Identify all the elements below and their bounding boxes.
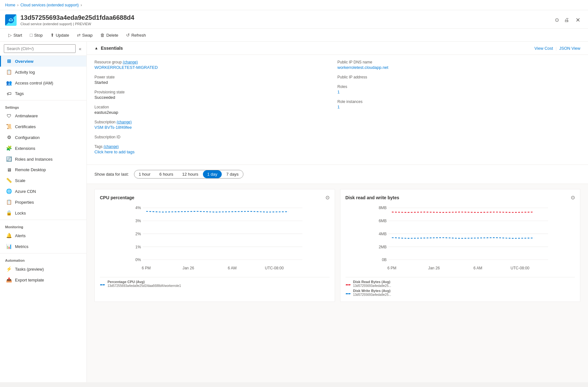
sidebar-item-roles-and-instances[interactable]: 🔄 Roles and Instances xyxy=(0,154,86,164)
automation-section-title: Automation xyxy=(0,255,86,264)
sidebar: « ⊞ Overview 📋 Activity log 👥 Access con… xyxy=(0,42,87,382)
essentials-value-link-r[interactable]: 1 xyxy=(338,90,340,94)
svg-point-0 xyxy=(8,17,14,23)
breadcrumb-sep1: › xyxy=(17,3,19,7)
sidebar-item-tasks-preview[interactable]: ⚡ Tasks (preview) xyxy=(0,264,86,274)
essentials-value-link[interactable]: VSM BVTs-18f49fee xyxy=(94,125,132,130)
view-cost-button[interactable]: View Cost xyxy=(534,46,553,51)
svg-text:1%: 1% xyxy=(135,245,141,249)
legend-label-0: Disk Read Bytes (Avg)13d57255693a4eda9e2… xyxy=(353,280,391,288)
sidebar-item-access-control-iam[interactable]: 👥 Access control (IAM) xyxy=(0,77,86,88)
change-link[interactable]: (change) xyxy=(104,144,119,149)
sidebar-label-5: Remote Desktop xyxy=(15,167,46,172)
sidebar-label-0: Alerts xyxy=(15,233,26,238)
essentials-value-link[interactable]: WORKERROLETEST-MIGRATED xyxy=(94,65,158,70)
svg-text:0B: 0B xyxy=(382,258,386,262)
legend-item-cpu-0: Percentage CPU (Avg)13d57255693a4eda9e25… xyxy=(100,280,330,288)
essentials-value-link[interactable]: Click here to add tags xyxy=(94,150,135,154)
sidebar-item-extensions[interactable]: 🧩 Extensions xyxy=(0,143,86,154)
sidebar-icon-2: 👥 xyxy=(6,80,12,86)
print-icon[interactable]: 🖨 xyxy=(563,16,570,24)
time-option-1-day[interactable]: 1 day xyxy=(203,170,222,178)
time-option-7-days[interactable]: 7 days xyxy=(222,170,243,178)
sidebar-label-8: Properties xyxy=(15,200,34,205)
change-link[interactable]: (change) xyxy=(123,60,138,64)
sidebar-icon-1: 📋 xyxy=(6,69,12,75)
chart-svg-wrap-disk: 8MB6MB4MB2MB0B6 PMJan 266 AMUTC-08:00 xyxy=(346,204,575,274)
essentials-left-col: Resource group (change)WORKERROLETEST-MI… xyxy=(94,60,338,159)
essentials-item-left-3: Locationeastus2euap xyxy=(94,105,338,115)
essentials-value-link-r[interactable]: workerroletest.cloudapp.net xyxy=(338,65,389,70)
update-button[interactable]: ⬆ Update xyxy=(47,31,72,40)
settings-section-title: Settings xyxy=(0,102,86,111)
svg-text:Jan 26: Jan 26 xyxy=(428,266,440,270)
breadcrumb-home[interactable]: Home xyxy=(5,3,15,7)
refresh-button[interactable]: ↺ Refresh xyxy=(123,31,149,40)
sidebar-icon-0: ⊞ xyxy=(6,58,12,64)
sidebar-item-configuration[interactable]: ⚙ Configuration xyxy=(0,132,86,143)
svg-text:6 AM: 6 AM xyxy=(228,266,237,270)
chart-pin-button-cpu[interactable]: ⊙ xyxy=(325,194,330,201)
sidebar-item-remote-desktop[interactable]: 🖥 Remote Desktop xyxy=(0,164,86,175)
chart-header-disk: Disk read and write bytes ⊙ xyxy=(346,194,575,201)
svg-text:6 PM: 6 PM xyxy=(387,266,396,270)
sidebar-item-antimalware[interactable]: 🛡 Antimalware xyxy=(0,111,86,121)
time-option-1-hour[interactable]: 1 hour xyxy=(134,170,155,178)
chart-header-cpu: CPU percentage ⊙ xyxy=(100,194,330,201)
sidebar-label-9: Locks xyxy=(15,211,26,215)
sidebar-item-properties[interactable]: 📋 Properties xyxy=(0,197,86,208)
sidebar-item-export-template[interactable]: 📤 Export template xyxy=(0,274,86,285)
svg-text:6 AM: 6 AM xyxy=(473,266,482,270)
essentials-actions: View Cost | JSON View xyxy=(534,46,580,51)
sidebar-item-azure-cdn[interactable]: 🌐 Azure CDN xyxy=(0,186,86,197)
delete-button[interactable]: 🗑 Delete xyxy=(97,31,122,40)
sidebar-search-area: « xyxy=(0,42,86,56)
sidebar-item-overview[interactable]: ⊞ Overview xyxy=(0,56,86,67)
time-option-6-hours[interactable]: 6 hours xyxy=(155,170,178,178)
sidebar-item-scale[interactable]: 📏 Scale xyxy=(0,175,86,186)
essentials-right-col: Public IP DNS nameworkerroletest.cloudap… xyxy=(338,60,581,159)
toolbar: ▷ Start □ Stop ⬆ Update ⇄ Swap 🗑 Delete … xyxy=(0,29,588,42)
essentials-item-left-4: Subscription (change)VSM BVTs-18f49fee xyxy=(94,120,338,130)
header-actions: ⊙ 🖨 ✕ xyxy=(554,15,583,25)
sidebar-item-metrics[interactable]: 📊 Metrics xyxy=(0,241,86,252)
sidebar-automation: ⚡ Tasks (preview) 📤 Export template xyxy=(0,264,86,285)
sidebar-collapse-button[interactable]: « xyxy=(78,45,83,53)
start-button[interactable]: ▷ Start xyxy=(5,31,25,40)
sidebar-item-tags[interactable]: 🏷 Tags xyxy=(0,88,86,99)
sidebar-item-activity-log[interactable]: 📋 Activity log xyxy=(0,67,86,77)
main-layout: « ⊞ Overview 📋 Activity log 👥 Access con… xyxy=(0,42,588,382)
refresh-icon: ↺ xyxy=(126,33,130,38)
change-link[interactable]: (change) xyxy=(116,120,131,124)
breadcrumb-cloud-services[interactable]: Cloud services (extended support) xyxy=(20,3,79,7)
sidebar-item-certificates[interactable]: 📜 Certificates xyxy=(0,121,86,132)
swap-button[interactable]: ⇄ Swap xyxy=(74,31,96,40)
time-selector: Show data for last: 1 hour6 hours12 hour… xyxy=(87,165,588,184)
sidebar-icon-4: 🔄 xyxy=(6,156,12,162)
essentials-item-left-6: Tags (change)Click here to add tags xyxy=(94,144,338,154)
essentials-item-left-5: Subscription ID xyxy=(94,135,338,139)
sidebar-label-2: Configuration xyxy=(15,135,40,140)
sidebar-item-alerts[interactable]: 🔔 Alerts xyxy=(0,230,86,241)
time-option-12-hours[interactable]: 12 hours xyxy=(178,170,203,178)
svg-text:2%: 2% xyxy=(135,232,141,236)
sidebar-icon-3: 🏷 xyxy=(6,91,12,96)
json-view-button[interactable]: JSON View xyxy=(559,46,580,51)
chart-title-cpu: CPU percentage xyxy=(100,195,134,200)
sidebar-item-locks[interactable]: 🔒 Locks xyxy=(0,208,86,218)
sidebar-icon-1: 📤 xyxy=(6,277,12,283)
monitoring-section-title: Monitoring xyxy=(0,221,86,230)
start-icon: ▷ xyxy=(8,33,12,38)
stop-button[interactable]: □ Stop xyxy=(26,31,46,40)
svg-text:4%: 4% xyxy=(135,206,141,210)
chart-pin-button-disk[interactable]: ⊙ xyxy=(571,194,575,201)
essentials-value-text: Succeeded xyxy=(94,95,115,100)
search-input[interactable] xyxy=(4,44,76,53)
sidebar-label-1: Metrics xyxy=(15,244,28,249)
chart-card-disk: Disk read and write bytes ⊙ 8MB6MB4MB2MB… xyxy=(340,189,581,302)
sidebar-icon-8: 📋 xyxy=(6,199,12,205)
chart-legend-disk: Disk Read Bytes (Avg)13d57255693a4eda9e2… xyxy=(346,277,575,296)
close-button[interactable]: ✕ xyxy=(573,15,583,25)
essentials-value-link-r[interactable]: 1 xyxy=(338,105,340,109)
pin-icon[interactable]: ⊙ xyxy=(554,16,560,24)
